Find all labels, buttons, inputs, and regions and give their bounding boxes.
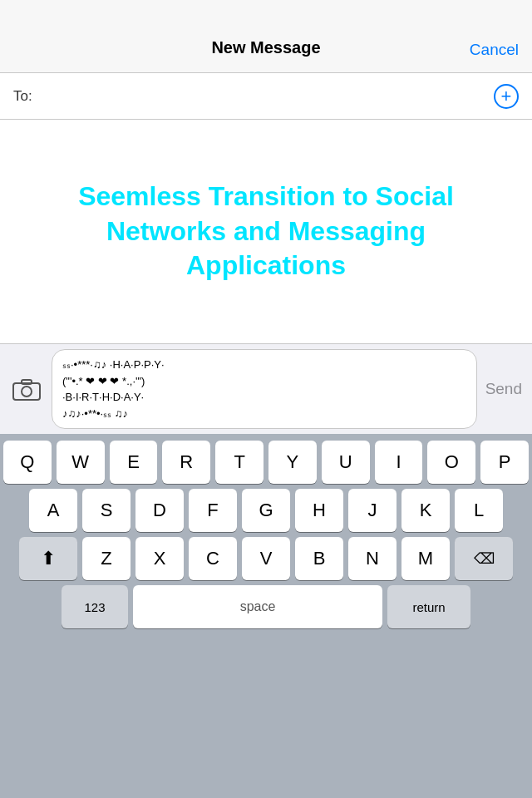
key-K[interactable]: K: [401, 489, 450, 532]
camera-button[interactable]: [10, 372, 43, 406]
delete-key[interactable]: ⌫: [455, 537, 513, 580]
promo-text: Seemless Transition to Social Networks a…: [33, 180, 499, 283]
cancel-button[interactable]: Cancel: [470, 41, 519, 59]
message-bubble-input[interactable]: ₛₛ·•***·♫♪ ·H·A·P·P·Y· ("'•.* ❤ ❤ ❤ *.,·…: [52, 349, 477, 429]
key-Q[interactable]: Q: [3, 441, 52, 484]
promo-area: Seemless Transition to Social Networks a…: [0, 120, 532, 344]
keyboard: Q W E R T Y U I O P A S D F G H J K L ⬆ …: [0, 434, 532, 798]
shift-key[interactable]: ⬆: [19, 537, 77, 580]
header: New Message Cancel: [0, 0, 532, 73]
key-M[interactable]: M: [401, 537, 450, 580]
key-D[interactable]: D: [135, 489, 184, 532]
key-V[interactable]: V: [242, 537, 290, 580]
key-G[interactable]: G: [242, 489, 290, 532]
key-R[interactable]: R: [162, 441, 210, 484]
header-title: New Message: [211, 38, 320, 57]
key-J[interactable]: J: [348, 489, 397, 532]
key-F[interactable]: F: [189, 489, 237, 532]
numbers-key[interactable]: 123: [62, 585, 128, 628]
key-N[interactable]: N: [348, 537, 397, 580]
keyboard-row-2: A S D F G H J K L: [3, 489, 529, 532]
to-row: To: +: [0, 73, 532, 120]
key-T[interactable]: T: [215, 441, 264, 484]
key-C[interactable]: C: [189, 537, 237, 580]
key-W[interactable]: W: [57, 441, 105, 484]
key-H[interactable]: H: [295, 489, 343, 532]
key-B[interactable]: B: [295, 537, 343, 580]
plus-icon: +: [501, 86, 512, 107]
key-U[interactable]: U: [322, 441, 370, 484]
key-Y[interactable]: Y: [268, 441, 317, 484]
camera-icon: [12, 377, 42, 401]
svg-point-1: [22, 387, 32, 397]
to-label: To:: [13, 88, 32, 105]
message-area: ₛₛ·•***·♫♪ ·H·A·P·P·Y· ("'•.* ❤ ❤ ❤ *.,·…: [0, 344, 532, 434]
key-P[interactable]: P: [480, 441, 529, 484]
key-I[interactable]: I: [375, 441, 423, 484]
send-button[interactable]: Send: [485, 380, 522, 398]
space-key[interactable]: space: [133, 585, 382, 628]
key-X[interactable]: X: [135, 537, 184, 580]
keyboard-row-3: ⬆ Z X C V B N M ⌫: [3, 537, 529, 580]
key-Z[interactable]: Z: [82, 537, 131, 580]
add-contact-button[interactable]: +: [494, 84, 519, 109]
key-L[interactable]: L: [455, 489, 503, 532]
key-S[interactable]: S: [82, 489, 131, 532]
message-text: ₛₛ·•***·♫♪ ·H·A·P·P·Y· ("'•.* ❤ ❤ ❤ *.,·…: [62, 357, 165, 421]
return-key[interactable]: return: [387, 585, 470, 628]
keyboard-row-4: 123 space return: [3, 585, 529, 628]
keyboard-row-1: Q W E R T Y U I O P: [3, 441, 529, 484]
key-E[interactable]: E: [110, 441, 158, 484]
to-input[interactable]: [37, 88, 494, 105]
key-A[interactable]: A: [29, 489, 77, 532]
svg-rect-2: [22, 380, 32, 384]
key-O[interactable]: O: [427, 441, 475, 484]
